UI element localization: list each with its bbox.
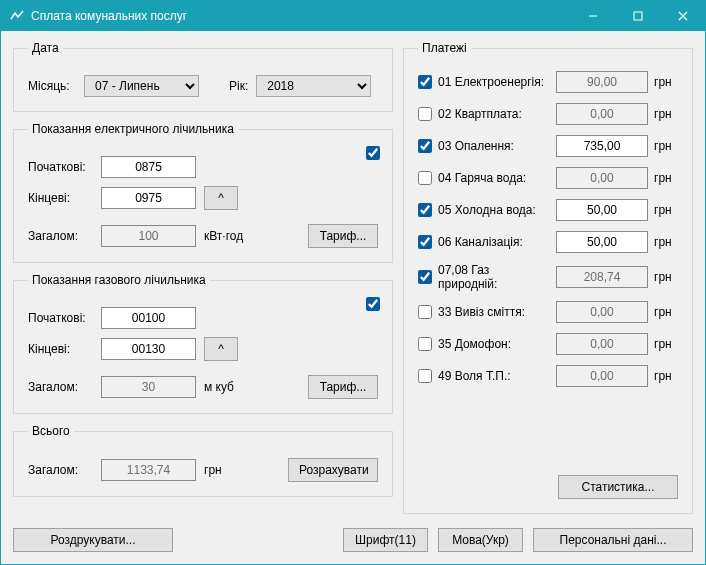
font-button[interactable]: Шрифт(11): [343, 528, 428, 552]
date-group: Дата Місяць: 07 - Липень Рік: 2018: [13, 41, 393, 112]
window-title: Сплата комунальних послуг: [31, 9, 570, 23]
payment-amount-input: [556, 103, 648, 125]
payment-label: 06 Каналізація:: [438, 235, 550, 249]
electric-group: Показання електричного лічильника Початк…: [13, 122, 393, 263]
gas-start-input[interactable]: [101, 307, 196, 329]
total-legend: Всього: [28, 424, 74, 438]
electric-enabled-checkbox[interactable]: [366, 146, 380, 160]
print-button[interactable]: Роздрукувати...: [13, 528, 173, 552]
total-output: [101, 459, 196, 481]
payment-label: 07,08 Газ природній:: [438, 263, 550, 291]
payment-amount-input[interactable]: [556, 199, 648, 221]
app-icon: [9, 8, 25, 24]
svg-rect-1: [634, 12, 642, 20]
language-button[interactable]: Мова(Укр): [438, 528, 523, 552]
payment-label: 33 Вивіз сміття:: [438, 305, 550, 319]
payment-amount-input[interactable]: [556, 231, 648, 253]
gas-enabled-checkbox[interactable]: [366, 297, 380, 311]
electric-legend: Показання електричного лічильника: [28, 122, 238, 136]
payment-unit: грн: [654, 369, 678, 383]
payment-row: 05 Холодна вода:грн: [418, 199, 678, 221]
maximize-button[interactable]: [615, 1, 660, 31]
payment-row: 35 Домофон:грн: [418, 333, 678, 355]
payment-checkbox[interactable]: [418, 171, 432, 185]
payment-unit: грн: [654, 235, 678, 249]
calculate-button[interactable]: Розрахувати: [288, 458, 378, 482]
payment-amount-input: [556, 365, 648, 387]
electric-end-input[interactable]: [101, 187, 196, 209]
gas-total-label: Загалом:: [28, 380, 93, 394]
statistics-button[interactable]: Статистика...: [558, 475, 678, 499]
personal-data-button[interactable]: Персональні дані...: [533, 528, 693, 552]
gas-legend: Показання газового лічильника: [28, 273, 210, 287]
electric-end-label: Кінцеві:: [28, 191, 93, 205]
payment-unit: грн: [654, 107, 678, 121]
payment-amount-input: [556, 333, 648, 355]
gas-end-input[interactable]: [101, 338, 196, 360]
footer-toolbar: Роздрукувати... Шрифт(11) Мова(Укр) Перс…: [13, 528, 693, 552]
date-legend: Дата: [28, 41, 63, 55]
payment-checkbox[interactable]: [418, 305, 432, 319]
payment-unit: грн: [654, 75, 678, 89]
payment-checkbox[interactable]: [418, 203, 432, 217]
payment-label: 03 Опалення:: [438, 139, 550, 153]
payment-checkbox[interactable]: [418, 270, 432, 284]
payment-label: 49 Воля Т.П.:: [438, 369, 550, 383]
gas-up-button[interactable]: ^: [204, 337, 238, 361]
payment-row: 49 Воля Т.П.:грн: [418, 365, 678, 387]
payments-group: Платежі 01 Електроенергія:грн02 Квартпла…: [403, 41, 693, 514]
electric-up-button[interactable]: ^: [204, 186, 238, 210]
payment-checkbox[interactable]: [418, 139, 432, 153]
total-label: Загалом:: [28, 463, 93, 477]
payment-checkbox[interactable]: [418, 107, 432, 121]
electric-unit: кВт·год: [204, 229, 259, 243]
payment-checkbox[interactable]: [418, 235, 432, 249]
payment-unit: грн: [654, 305, 678, 319]
payment-amount-input: [556, 266, 648, 288]
payment-row: 07,08 Газ природній:грн: [418, 263, 678, 291]
payment-checkbox[interactable]: [418, 337, 432, 351]
payments-legend: Платежі: [418, 41, 471, 55]
electric-tariff-button[interactable]: Тариф...: [308, 224, 378, 248]
month-label: Місяць:: [28, 79, 76, 93]
payment-amount-input[interactable]: [556, 135, 648, 157]
app-window: Сплата комунальних послуг Дата Місяць: 0…: [0, 0, 706, 565]
payment-row: 04 Гаряча вода:грн: [418, 167, 678, 189]
payment-unit: грн: [654, 270, 678, 284]
payment-row: 03 Опалення:грн: [418, 135, 678, 157]
payment-row: 01 Електроенергія:грн: [418, 71, 678, 93]
payment-amount-input: [556, 71, 648, 93]
total-unit: грн: [204, 463, 234, 477]
payment-checkbox[interactable]: [418, 75, 432, 89]
electric-total-output: [101, 225, 196, 247]
year-select[interactable]: 2018: [256, 75, 371, 97]
electric-start-input[interactable]: [101, 156, 196, 178]
gas-group: Показання газового лічильника Початкові:…: [13, 273, 393, 414]
electric-total-label: Загалом:: [28, 229, 93, 243]
payment-label: 35 Домофон:: [438, 337, 550, 351]
payment-label: 02 Квартплата:: [438, 107, 550, 121]
titlebar: Сплата комунальних послуг: [1, 1, 705, 31]
payment-label: 01 Електроенергія:: [438, 75, 550, 89]
payment-row: 33 Вивіз сміття:грн: [418, 301, 678, 323]
payment-unit: грн: [654, 139, 678, 153]
close-button[interactable]: [660, 1, 705, 31]
payment-unit: грн: [654, 171, 678, 185]
payment-row: 06 Каналізація:грн: [418, 231, 678, 253]
gas-start-label: Початкові:: [28, 311, 93, 325]
payment-checkbox[interactable]: [418, 369, 432, 383]
gas-end-label: Кінцеві:: [28, 342, 93, 356]
total-group: Всього Загалом: грн Розрахувати: [13, 424, 393, 497]
payment-amount-input: [556, 301, 648, 323]
gas-total-output: [101, 376, 196, 398]
payment-amount-input: [556, 167, 648, 189]
payment-unit: грн: [654, 203, 678, 217]
month-select[interactable]: 07 - Липень: [84, 75, 199, 97]
gas-unit: м куб: [204, 380, 259, 394]
minimize-button[interactable]: [570, 1, 615, 31]
payment-unit: грн: [654, 337, 678, 351]
gas-tariff-button[interactable]: Тариф...: [308, 375, 378, 399]
payment-label: 05 Холодна вода:: [438, 203, 550, 217]
payment-row: 02 Квартплата:грн: [418, 103, 678, 125]
year-label: Рік:: [229, 79, 248, 93]
